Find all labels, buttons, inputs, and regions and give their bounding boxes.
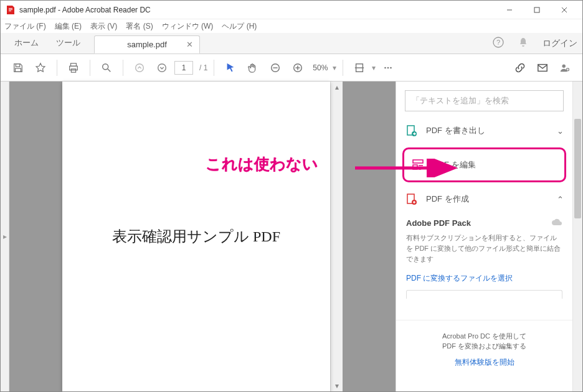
help-icon[interactable]: ? — [493, 37, 504, 50]
window-close-button[interactable] — [551, 1, 577, 19]
window-title: sample.pdf - Adobe Acrobat Reader DC — [19, 6, 496, 14]
svg-point-24 — [391, 67, 392, 68]
cloud-icon — [551, 218, 562, 229]
left-sidebar-toggle[interactable]: ▸ — [1, 82, 9, 391]
svg-rect-1 — [534, 7, 539, 12]
tab-document-label: sample.pdf — [127, 40, 167, 49]
trial-line2: PDF を変換および編集する — [442, 342, 526, 350]
tool-export-label: PDF を書き出し — [426, 125, 549, 136]
svg-rect-33 — [413, 160, 423, 163]
export-pdf-icon — [405, 124, 419, 138]
pdf-pack-desc: 有料サブスクリプションを利用すると、ファイルを PDF に変換して他のファイル形… — [406, 233, 562, 264]
window-maximize-button[interactable] — [524, 1, 550, 19]
menu-bar: ファイル (F) 編集 (E) 表示 (V) 署名 (S) ウィンドウ (W) … — [1, 19, 582, 33]
print-icon[interactable] — [64, 58, 83, 78]
tab-home[interactable]: ホーム — [6, 32, 47, 54]
acrobat-icon — [6, 5, 16, 15]
pan-hand-icon[interactable] — [243, 58, 263, 78]
right-tools-panel: 「テキストを追加」を検索 PDF を書き出し ⌄ PDF を編集 PDF を作成… — [396, 82, 582, 391]
tool-create-pdf[interactable]: PDF を作成 ⌃ — [396, 186, 572, 212]
zoom-level[interactable]: 50% — [310, 63, 330, 72]
svg-point-11 — [103, 63, 108, 69]
select-file-link[interactable]: PDF に変換するファイルを選択 — [406, 274, 513, 282]
svg-text:?: ? — [496, 39, 500, 46]
bell-icon[interactable] — [518, 37, 529, 50]
scrollbar-thumb[interactable] — [574, 119, 581, 218]
zoom-out-icon[interactable] — [265, 58, 285, 78]
star-icon[interactable] — [31, 58, 50, 78]
tools-search-input[interactable]: 「テキストを追加」を検索 — [405, 90, 564, 111]
save-icon[interactable] — [8, 58, 28, 78]
tool-edit-label: PDF を編集 — [433, 159, 557, 170]
fit-dropdown-icon[interactable]: ▾ — [372, 63, 376, 72]
tab-document[interactable]: sample.pdf ✕ — [94, 35, 200, 54]
tools-search-placeholder: 「テキストを追加」を検索 — [412, 95, 509, 106]
zoom-dropdown-icon[interactable]: ▾ — [333, 63, 336, 72]
search-icon[interactable] — [97, 58, 116, 78]
share-link-icon[interactable] — [510, 58, 530, 78]
svg-rect-34 — [413, 165, 417, 169]
pdf-page: 表示確認用サンプル PDF これは使わない — [62, 82, 330, 391]
select-arrow-icon[interactable] — [220, 58, 240, 78]
svg-rect-8 — [71, 63, 77, 66]
svg-point-14 — [158, 63, 166, 72]
page-down-icon[interactable] — [152, 58, 172, 78]
svg-rect-7 — [16, 68, 21, 71]
page-up-icon[interactable] — [130, 58, 149, 78]
create-pdf-icon — [405, 192, 419, 206]
pdf-pack-title: Adobe PDF Pack — [406, 218, 562, 228]
tool-create-label: PDF を作成 — [426, 194, 549, 205]
svg-point-26 — [562, 64, 566, 67]
window-titlebar: sample.pdf - Adobe Acrobat Reader DC — [1, 1, 582, 19]
tool-export-pdf[interactable]: PDF を書き出し ⌄ — [396, 118, 572, 144]
menu-sign[interactable]: 署名 (S) — [126, 21, 153, 32]
zoom-in-icon[interactable] — [288, 58, 308, 78]
menu-window[interactable]: ウィンドウ (W) — [162, 21, 214, 32]
svg-point-22 — [385, 67, 387, 68]
document-scrollbar[interactable]: ▴ ▾ — [330, 82, 343, 391]
menu-view[interactable]: 表示 (V) — [90, 21, 117, 32]
menu-file[interactable]: ファイル (F) — [4, 21, 46, 32]
login-link[interactable]: ログイン — [543, 38, 577, 49]
page-number-input[interactable] — [174, 61, 193, 75]
page-total: / 1 — [199, 63, 207, 72]
svg-rect-9 — [70, 66, 78, 70]
svg-line-12 — [108, 68, 111, 72]
pdf-pack-section: Adobe PDF Pack 有料サブスクリプションを利用すると、ファイルを P… — [396, 212, 572, 305]
scroll-up-icon[interactable]: ▴ — [331, 82, 343, 93]
page-body-text: 表示確認用サンプル PDF — [112, 226, 280, 246]
trial-line1: Acrobat Pro DC を使用して — [442, 332, 526, 340]
toolbar: / 1 50% ▾ ▾ — [1, 54, 582, 82]
annotation-callout: これは使わない — [206, 154, 318, 174]
scroll-down-icon[interactable]: ▾ — [331, 380, 343, 391]
tool-edit-pdf[interactable]: PDF を編集 — [402, 147, 566, 182]
menu-help[interactable]: ヘルプ (H) — [222, 21, 257, 32]
menu-edit[interactable]: 編集 (E) — [55, 21, 82, 32]
email-icon[interactable] — [533, 58, 552, 78]
edit-pdf-icon — [412, 158, 425, 172]
document-view: 表示確認用サンプル PDF これは使わない ▴ ▾ — [9, 82, 396, 391]
chevron-up-icon: ⌃ — [557, 195, 564, 204]
chevron-down-icon: ⌄ — [557, 126, 564, 136]
right-panel-scrollbar[interactable] — [572, 82, 582, 391]
window-minimize-button[interactable] — [496, 1, 523, 19]
more-tools-icon[interactable] — [378, 58, 398, 78]
fit-width-icon[interactable] — [349, 58, 369, 78]
svg-point-13 — [136, 63, 144, 72]
annotation-text: これは使わない — [206, 154, 318, 174]
svg-point-23 — [387, 67, 389, 68]
tab-close-icon[interactable]: ✕ — [186, 40, 193, 49]
share-people-icon[interactable] — [555, 58, 575, 78]
trial-promo: Acrobat Pro DC を使用して PDF を変換および編集する 無料体験… — [396, 320, 572, 379]
tab-tools[interactable]: ツール — [47, 32, 89, 54]
start-trial-link[interactable]: 無料体験版を開始 — [455, 358, 514, 366]
svg-rect-10 — [71, 68, 75, 72]
tab-bar: ホーム ツール sample.pdf ✕ ? ログイン — [1, 33, 582, 54]
svg-rect-6 — [16, 63, 19, 67]
